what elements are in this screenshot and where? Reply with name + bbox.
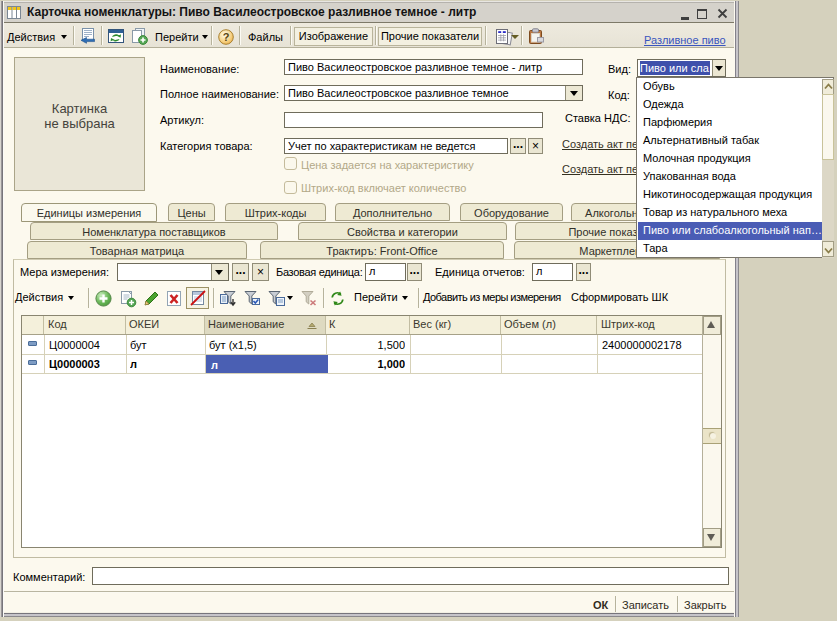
svg-text:?: ? xyxy=(223,31,230,43)
